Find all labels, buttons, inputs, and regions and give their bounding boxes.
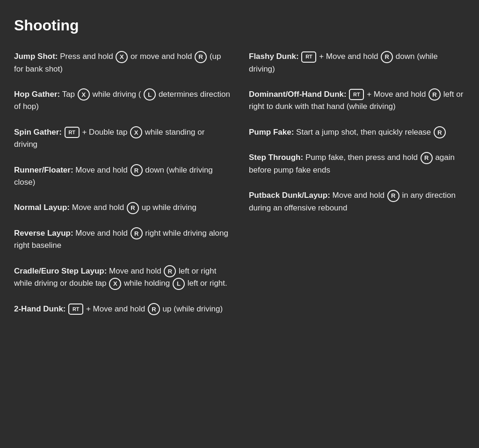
move-text-cradle-euro: Cradle/Euro Step Layup: Move and hold R … bbox=[14, 265, 230, 290]
move-text-putback-dunk: Putback Dunk/Layup: Move and hold R in a… bbox=[249, 189, 465, 214]
move-block-pump-fake: Pump Fake: Start a jump shot, then quick… bbox=[249, 126, 465, 139]
move-block-spin-gather: Spin Gather: RT + Double tap X while sta… bbox=[14, 126, 230, 151]
right-column: Flashy Dunk: RT + Move and hold R down (… bbox=[249, 51, 465, 328]
left-column: Jump Shot: Press and hold X or move and … bbox=[14, 51, 230, 328]
move-label-pump-fake: Pump Fake: bbox=[249, 128, 294, 137]
move-text-flashy-dunk: Flashy Dunk: RT + Move and hold R down (… bbox=[249, 51, 465, 75]
button-icon-rect: RT bbox=[301, 51, 316, 63]
move-label-hop-gather: Hop Gather: bbox=[14, 90, 60, 99]
move-label-normal-layup: Normal Layup: bbox=[14, 203, 70, 212]
move-text-step-through: Step Through: Pump fake, then press and … bbox=[249, 152, 465, 176]
move-label-spin-gather: Spin Gather: bbox=[14, 128, 62, 137]
button-icon-circle: R bbox=[131, 164, 143, 176]
content-grid: Jump Shot: Press and hold X or move and … bbox=[14, 51, 465, 328]
button-icon-circle: R bbox=[381, 51, 393, 63]
move-block-dominant-offhand-dunk: Dominant/Off-Hand Dunk: RT + Move and ho… bbox=[249, 88, 465, 113]
button-icon-circle: X bbox=[116, 51, 128, 63]
button-icon-circle: L bbox=[144, 88, 156, 101]
move-label-cradle-euro: Cradle/Euro Step Layup: bbox=[14, 267, 107, 275]
move-text-pump-fake: Pump Fake: Start a jump shot, then quick… bbox=[249, 126, 465, 139]
move-text-normal-layup: Normal Layup: Move and hold R up while d… bbox=[14, 202, 230, 214]
move-label-runner-floater: Runner/Floater: bbox=[14, 166, 73, 174]
move-text-spin-gather: Spin Gather: RT + Double tap X while sta… bbox=[14, 126, 230, 151]
button-icon-circle: R bbox=[434, 126, 446, 138]
move-block-two-hand-dunk: 2-Hand Dunk: RT + Move and hold R up (wh… bbox=[14, 303, 230, 316]
move-label-jump-shot: Jump Shot: bbox=[14, 52, 58, 61]
move-block-runner-floater: Runner/Floater: Move and hold R down (wh… bbox=[14, 164, 230, 189]
move-label-step-through: Step Through: bbox=[249, 153, 303, 162]
move-block-flashy-dunk: Flashy Dunk: RT + Move and hold R down (… bbox=[249, 51, 465, 75]
move-block-jump-shot: Jump Shot: Press and hold X or move and … bbox=[14, 51, 230, 75]
move-text-jump-shot: Jump Shot: Press and hold X or move and … bbox=[14, 51, 230, 75]
move-text-reverse-layup: Reverse Layup: Move and hold R right whi… bbox=[14, 227, 230, 252]
move-text-hop-gather: Hop Gather: Tap X while driving ( L dete… bbox=[14, 88, 230, 113]
button-icon-circle: R bbox=[387, 190, 399, 202]
move-block-normal-layup: Normal Layup: Move and hold R up while d… bbox=[14, 202, 230, 214]
move-label-two-hand-dunk: 2-Hand Dunk: bbox=[14, 304, 66, 313]
move-label-dominant-offhand-dunk: Dominant/Off-Hand Dunk: bbox=[249, 90, 347, 99]
button-icon-circle: R bbox=[428, 88, 441, 101]
move-block-cradle-euro: Cradle/Euro Step Layup: Move and hold R … bbox=[14, 265, 230, 290]
button-icon-circle: X bbox=[130, 126, 142, 138]
page-title: Shooting bbox=[14, 14, 465, 36]
move-label-reverse-layup: Reverse Layup: bbox=[14, 229, 73, 238]
button-icon-rect: RT bbox=[68, 303, 83, 315]
move-block-hop-gather: Hop Gather: Tap X while driving ( L dete… bbox=[14, 88, 230, 113]
move-block-reverse-layup: Reverse Layup: Move and hold R right whi… bbox=[14, 227, 230, 252]
button-icon-circle: R bbox=[148, 303, 160, 315]
move-block-step-through: Step Through: Pump fake, then press and … bbox=[249, 152, 465, 176]
move-text-dominant-offhand-dunk: Dominant/Off-Hand Dunk: RT + Move and ho… bbox=[249, 88, 465, 113]
button-icon-rect: RT bbox=[65, 127, 80, 138]
button-icon-circle: R bbox=[127, 202, 139, 214]
button-icon-circle: L bbox=[173, 278, 185, 290]
button-icon-circle: R bbox=[195, 51, 207, 63]
button-icon-circle: R bbox=[164, 265, 176, 277]
button-icon-circle: R bbox=[131, 227, 143, 239]
move-label-putback-dunk: Putback Dunk/Layup: bbox=[249, 191, 330, 200]
move-text-two-hand-dunk: 2-Hand Dunk: RT + Move and hold R up (wh… bbox=[14, 303, 230, 316]
button-icon-circle: X bbox=[109, 278, 121, 290]
move-block-putback-dunk: Putback Dunk/Layup: Move and hold R in a… bbox=[249, 189, 465, 214]
button-icon-circle: R bbox=[421, 152, 433, 164]
move-text-runner-floater: Runner/Floater: Move and hold R down (wh… bbox=[14, 164, 230, 189]
button-icon-circle: X bbox=[78, 88, 90, 101]
button-icon-rect: RT bbox=[349, 89, 364, 100]
move-label-flashy-dunk: Flashy Dunk: bbox=[249, 52, 299, 61]
